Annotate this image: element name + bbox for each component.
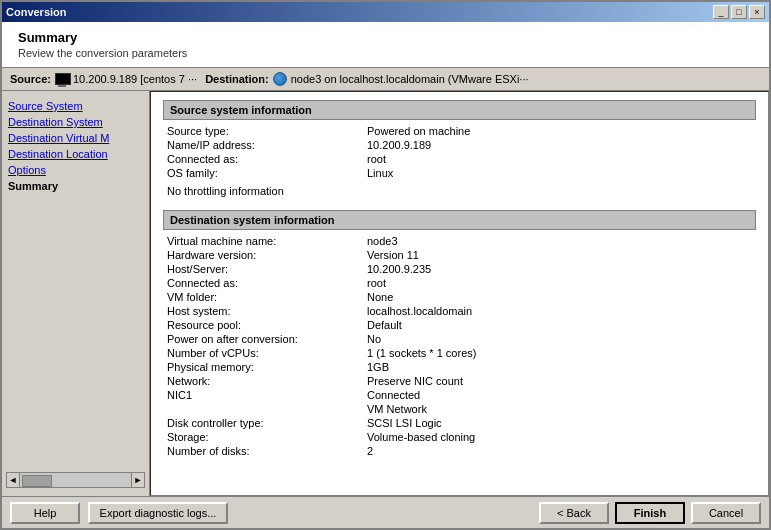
source-connected-label: Connected as: bbox=[163, 152, 363, 166]
table-row: Host system: localhost.localdomain bbox=[163, 304, 756, 318]
table-row: Physical memory: 1GB bbox=[163, 360, 756, 374]
table-row: NIC1 Connected bbox=[163, 388, 756, 402]
memory-label: Physical memory: bbox=[163, 360, 363, 374]
main-content: Source System Destination System Destina… bbox=[2, 91, 769, 496]
source-info-table: Source type: Powered on machine Name/IP … bbox=[163, 124, 756, 180]
source-monitor-icon bbox=[55, 73, 69, 85]
vcpu-label: Number of vCPUs: bbox=[163, 346, 363, 360]
host-system-label: Host system: bbox=[163, 304, 363, 318]
sidebar: Source System Destination System Destina… bbox=[2, 91, 150, 496]
memory-value: 1GB bbox=[363, 360, 756, 374]
table-row: Storage: Volume-based cloning bbox=[163, 430, 756, 444]
source-bar: Source: 10.200.9.189 [centos 7 ··· Desti… bbox=[2, 68, 769, 91]
vm-name-label: Virtual machine name: bbox=[163, 234, 363, 248]
host-system-value: localhost.localdomain bbox=[363, 304, 756, 318]
sidebar-item-summary: Summary bbox=[6, 179, 145, 193]
h-scrollbar[interactable] bbox=[20, 472, 131, 488]
table-row: VM folder: None bbox=[163, 290, 756, 304]
page-header: Summary Review the conversion parameters bbox=[2, 22, 769, 68]
table-row: Source type: Powered on machine bbox=[163, 124, 756, 138]
num-disks-label: Number of disks: bbox=[163, 444, 363, 458]
table-row: Host/Server: 10.200.9.235 bbox=[163, 262, 756, 276]
table-row: Resource pool: Default bbox=[163, 318, 756, 332]
back-button[interactable]: < Back bbox=[539, 502, 609, 524]
table-row: Name/IP address: 10.200.9.189 bbox=[163, 138, 756, 152]
source-section-header: Source system information bbox=[163, 100, 756, 120]
sidebar-item-destination-virtual-m[interactable]: Destination Virtual M bbox=[6, 131, 145, 145]
source-os-label: OS family: bbox=[163, 166, 363, 180]
destination-globe-icon bbox=[273, 72, 287, 86]
destination-label: Destination: bbox=[205, 73, 269, 85]
source-label: Source: bbox=[10, 73, 51, 85]
bottom-right: < Back Finish Cancel bbox=[539, 502, 761, 524]
window-title: Conversion bbox=[6, 6, 67, 18]
disk-ctrl-label: Disk controller type: bbox=[163, 416, 363, 430]
source-connected-value: root bbox=[363, 152, 756, 166]
table-row: VM Network bbox=[163, 402, 756, 416]
nic1-value: Connected bbox=[363, 388, 756, 402]
main-window: Conversion _ □ × Summary Review the conv… bbox=[0, 0, 771, 530]
export-logs-button[interactable]: Export diagnostic logs... bbox=[88, 502, 228, 524]
source-type-label: Source type: bbox=[163, 124, 363, 138]
storage-label: Storage: bbox=[163, 430, 363, 444]
table-row: Hardware version: Version 11 bbox=[163, 248, 756, 262]
resource-pool-value: Default bbox=[363, 318, 756, 332]
power-on-label: Power on after conversion: bbox=[163, 332, 363, 346]
vm-name-value: node3 bbox=[363, 234, 756, 248]
host-server-label: Host/Server: bbox=[163, 262, 363, 276]
maximize-button[interactable]: □ bbox=[731, 5, 747, 19]
disk-ctrl-value: SCSI LSI Logic bbox=[363, 416, 756, 430]
sidebar-item-source-system[interactable]: Source System bbox=[6, 99, 145, 113]
source-type-value: Powered on machine bbox=[363, 124, 756, 138]
source-value: 10.200.9.189 [centos 7 ··· bbox=[73, 73, 197, 85]
content-area[interactable]: Source system information Source type: P… bbox=[150, 91, 769, 496]
table-row: Connected as: root bbox=[163, 276, 756, 290]
table-row: Network: Preserve NIC count bbox=[163, 374, 756, 388]
table-row: Disk controller type: SCSI LSI Logic bbox=[163, 416, 756, 430]
close-button[interactable]: × bbox=[749, 5, 765, 19]
table-row: Virtual machine name: node3 bbox=[163, 234, 756, 248]
destination-value: node3 on localhost.localdomain (VMware E… bbox=[291, 73, 529, 85]
sidebar-item-destination-system[interactable]: Destination System bbox=[6, 115, 145, 129]
sidebar-item-options[interactable]: Options bbox=[6, 163, 145, 177]
source-os-value: Linux bbox=[363, 166, 756, 180]
bottom-nav: Help Export diagnostic logs... < Back Fi… bbox=[2, 496, 769, 528]
minimize-button[interactable]: _ bbox=[713, 5, 729, 19]
table-row: OS family: Linux bbox=[163, 166, 756, 180]
hw-version-value: Version 11 bbox=[363, 248, 756, 262]
finish-button[interactable]: Finish bbox=[615, 502, 685, 524]
window-controls: _ □ × bbox=[713, 5, 765, 19]
power-on-value: No bbox=[363, 332, 756, 346]
title-bar: Conversion _ □ × bbox=[2, 2, 769, 22]
sidebar-item-destination-location[interactable]: Destination Location bbox=[6, 147, 145, 161]
scroll-right-btn[interactable]: ► bbox=[131, 472, 145, 488]
help-button[interactable]: Help bbox=[10, 502, 80, 524]
page-title: Summary bbox=[18, 30, 753, 45]
nic1-network-value: VM Network bbox=[363, 402, 756, 416]
vm-folder-value: None bbox=[363, 290, 756, 304]
scroll-left-btn[interactable]: ◄ bbox=[6, 472, 20, 488]
host-server-value: 10.200.9.235 bbox=[363, 262, 756, 276]
source-ip-value: 10.200.9.189 bbox=[363, 138, 756, 152]
source-ip-label: Name/IP address: bbox=[163, 138, 363, 152]
table-row: Connected as: root bbox=[163, 152, 756, 166]
nic1-network-label bbox=[163, 402, 363, 416]
cancel-button[interactable]: Cancel bbox=[691, 502, 761, 524]
bottom-left: Help Export diagnostic logs... bbox=[10, 502, 228, 524]
destination-section-header: Destination system information bbox=[163, 210, 756, 230]
table-row: Number of disks: 2 bbox=[163, 444, 756, 458]
vm-folder-label: VM folder: bbox=[163, 290, 363, 304]
resource-pool-label: Resource pool: bbox=[163, 318, 363, 332]
dest-connected-label: Connected as: bbox=[163, 276, 363, 290]
hw-version-label: Hardware version: bbox=[163, 248, 363, 262]
num-disks-value: 2 bbox=[363, 444, 756, 458]
page-subtitle: Review the conversion parameters bbox=[18, 47, 753, 59]
table-row: Number of vCPUs: 1 (1 sockets * 1 cores) bbox=[163, 346, 756, 360]
storage-value: Volume-based cloning bbox=[363, 430, 756, 444]
destination-info-table: Virtual machine name: node3 Hardware ver… bbox=[163, 234, 756, 458]
no-throttle-text: No throttling information bbox=[163, 184, 756, 198]
network-label: Network: bbox=[163, 374, 363, 388]
dest-connected-value: root bbox=[363, 276, 756, 290]
vcpu-value: 1 (1 sockets * 1 cores) bbox=[363, 346, 756, 360]
table-row: Power on after conversion: No bbox=[163, 332, 756, 346]
